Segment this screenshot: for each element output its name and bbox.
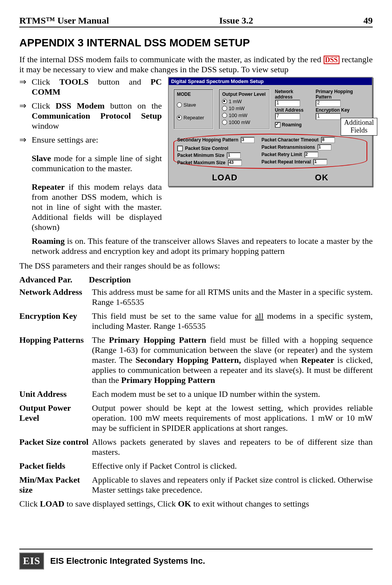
slave-bold: Slave bbox=[32, 153, 51, 163]
mode-label: MODE bbox=[177, 92, 210, 97]
b1-bold1: TOOLS bbox=[59, 77, 88, 87]
prl-label: Packet Retry Limit bbox=[261, 152, 302, 157]
radio-1000mw[interactable]: 1000 mW bbox=[222, 119, 266, 125]
checkbox-on-icon bbox=[275, 122, 280, 128]
param-desc: Applicable to slaves and repeaters only … bbox=[92, 475, 373, 495]
param-name: Output Power Level bbox=[19, 403, 92, 433]
dialog-buttons: LOAD OK bbox=[173, 173, 367, 183]
page: RTMS™ User Manual Issue 3.2 49 APPENDIX … bbox=[0, 0, 392, 585]
roaming-bold: Roaming bbox=[32, 236, 65, 246]
unit-addr-field[interactable]: 7 bbox=[275, 113, 300, 120]
ok-button[interactable]: OK bbox=[315, 173, 329, 183]
bullet-3: Ensure settings are: bbox=[19, 135, 162, 145]
param-name: Packet fields bbox=[19, 461, 92, 471]
main-flow: Click TOOLS button and PC COMM Click DSS… bbox=[19, 77, 373, 236]
b2-bold1: DSS Modem bbox=[56, 101, 105, 111]
power-1mw-label: 1 mW bbox=[229, 99, 242, 104]
b2-bold2: Communication Protocol Setup bbox=[32, 111, 162, 121]
psc-checkbox[interactable]: Packet Size Control bbox=[177, 146, 255, 151]
bullet-list: Click TOOLS button and PC COMM Click DSS… bbox=[19, 77, 162, 145]
power-10mw-label: 10 mW bbox=[229, 105, 244, 111]
radio-repeater-label: Repeater bbox=[183, 115, 204, 121]
param-name: Hopping Patterns bbox=[19, 335, 92, 385]
load-button[interactable]: LOAD bbox=[212, 173, 238, 183]
radio-100mw[interactable]: 100 mW bbox=[222, 112, 266, 118]
shp-label: Secondary Hopping Pattern bbox=[177, 137, 238, 143]
col-net: Network address 1 Unit Address 7 Roaming bbox=[275, 89, 311, 129]
param-unit-address: Unit Address Each modem must be set to a… bbox=[19, 389, 373, 399]
hp-b3: Repeater bbox=[301, 355, 334, 365]
closing-p3: to exit without changes to settings bbox=[191, 499, 309, 508]
dialog-titlebar: Digital Spread Spectrum Modem Setup bbox=[169, 78, 372, 85]
intro-prefix: If the internal DSS modem fails to commu… bbox=[19, 54, 324, 64]
pret-field[interactable]: 1 bbox=[317, 144, 331, 150]
hp-p3: displayed when bbox=[241, 355, 301, 365]
params-header-c1: Advanced Par. bbox=[19, 275, 89, 285]
radio-10mw[interactable]: 10 mW bbox=[222, 105, 266, 111]
unit-addr-label: Unit Address bbox=[275, 107, 311, 113]
line-prl: Packet Retry Limit2 bbox=[261, 151, 335, 158]
param-name: Min/Max Packet size bbox=[19, 475, 92, 495]
pmin-label: Packet Minimum Size bbox=[177, 153, 224, 158]
dialog-top-row: MODE Slave Repeater Output Power Level 1… bbox=[173, 89, 367, 129]
power-100mw-label: 100 mW bbox=[229, 112, 247, 118]
footer-divider bbox=[19, 549, 373, 549]
callout-additional-fields: Additional Fields bbox=[341, 118, 377, 136]
slave-text: mode for a simple line of sight communic… bbox=[32, 153, 162, 173]
bullet-1: Click TOOLS button and PC COMM bbox=[19, 77, 162, 97]
footer-text: EIS Electronic Integrated Systems Inc. bbox=[50, 556, 205, 566]
power-label: Output Power Level bbox=[222, 92, 266, 97]
roaming-checkbox[interactable]: Roaming bbox=[275, 122, 311, 128]
arrow-icon bbox=[19, 101, 29, 131]
param-encryption-key: Encryption Key This field must be set to… bbox=[19, 311, 373, 331]
params-intro: The DSS parameters and their ranges shou… bbox=[19, 261, 373, 271]
params-header-c2: Description bbox=[89, 275, 131, 285]
param-packet-fields: Packet fields Effective only if Packet C… bbox=[19, 461, 373, 471]
pct-label: Packet Character Timeout bbox=[261, 137, 319, 143]
ek-pre: This field must be set to the same value… bbox=[92, 311, 255, 321]
group-power: Output Power Level 1 mW 10 mW 100 mW 100… bbox=[219, 89, 270, 129]
pri-label: Packet Repeat Interval bbox=[261, 159, 311, 165]
b2-mid: button on the bbox=[105, 101, 162, 111]
arrow-icon bbox=[19, 77, 29, 97]
callout-text: Additional Fields bbox=[344, 119, 374, 134]
hp-p1: The bbox=[92, 335, 109, 345]
param-desc: Each modem must be set to a unique ID nu… bbox=[92, 389, 373, 399]
pret-label: Packet Retransmissions bbox=[261, 145, 315, 150]
enc-field[interactable]: 1 bbox=[316, 113, 341, 120]
param-name: Unit Address bbox=[19, 389, 92, 399]
param-name: Packet Size control bbox=[19, 437, 92, 457]
radio-off-icon bbox=[222, 113, 227, 118]
bullet-3-text: Ensure settings are: bbox=[32, 135, 162, 145]
line-pret: Packet Retransmissions1 bbox=[261, 144, 335, 150]
shp-field[interactable]: 3 bbox=[241, 137, 255, 143]
line-pri: Packet Repeat Interval1 bbox=[261, 159, 335, 165]
radio-1mw[interactable]: 1 mW bbox=[222, 99, 266, 104]
appendix-title: APPENDIX 3 INTERNAL DSS MODEM SETUP bbox=[19, 37, 373, 49]
indent-roaming: Roaming is on. This feature of the trans… bbox=[32, 236, 373, 256]
indent-slave: Slave mode for a simple line of sight co… bbox=[32, 153, 162, 173]
intro-paragraph: If the internal DSS modem fails to commu… bbox=[19, 54, 373, 75]
radio-slave[interactable]: Slave bbox=[177, 102, 210, 108]
prl-field[interactable]: 2 bbox=[304, 151, 318, 158]
page-header: RTMS™ User Manual Issue 3.2 49 bbox=[19, 15, 373, 27]
pmin-field[interactable]: 1 bbox=[227, 152, 241, 158]
pct-field[interactable]: 8 bbox=[321, 137, 335, 143]
param-desc: This address must be same for all RTMS u… bbox=[92, 287, 373, 307]
eis-logo: EIS bbox=[19, 553, 44, 570]
pri-field[interactable]: 1 bbox=[313, 159, 327, 165]
pmax-field[interactable]: 43 bbox=[228, 160, 242, 166]
php-field[interactable]: 2 bbox=[316, 100, 341, 107]
repeater-bold: Repeater bbox=[32, 182, 65, 192]
radio-repeater[interactable]: Repeater bbox=[177, 115, 210, 121]
b1-pre: Click bbox=[32, 77, 59, 87]
roaming-label: Roaming bbox=[282, 122, 302, 128]
kv-php: Primary Hopping Pattern 2 bbox=[316, 89, 367, 107]
params-header: Advanced Par. Description bbox=[19, 275, 373, 285]
closing-ok: OK bbox=[178, 499, 191, 508]
ek-underline: all bbox=[255, 311, 263, 321]
kv-unit-addr: Unit Address 7 bbox=[275, 107, 311, 120]
param-desc: The Primary Hopping Pattern field must b… bbox=[92, 335, 373, 385]
extra-col-b: Packet Character Timeout8 Packet Retrans… bbox=[261, 137, 335, 166]
net-addr-field[interactable]: 1 bbox=[275, 100, 300, 107]
